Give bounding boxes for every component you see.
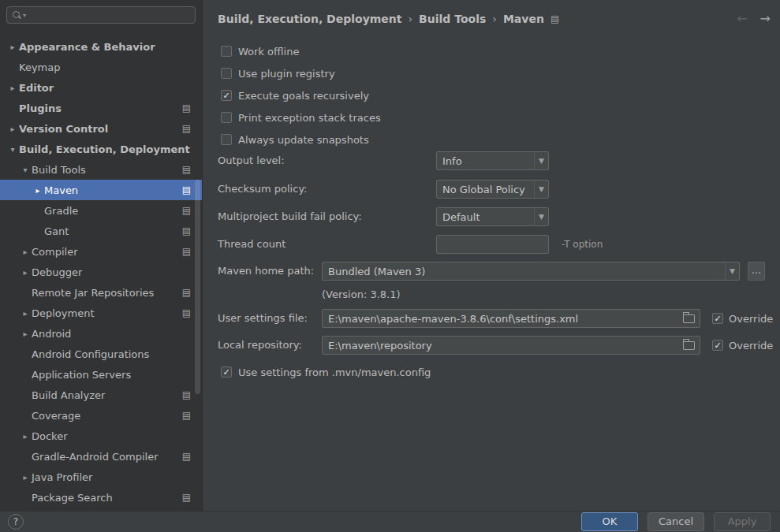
breadcrumb-part[interactable]: Build, Execution, Deployment	[218, 13, 402, 25]
search-icon	[12, 10, 21, 20]
sidebar-item-version-control[interactable]: ▸ Version Control ▤	[0, 118, 202, 139]
user-settings-override[interactable]: Override	[712, 309, 773, 328]
screen-indicator-icon: ▤	[182, 246, 191, 257]
sidebar-item-maven[interactable]: ▸ Maven ▤	[0, 180, 202, 200]
screen-indicator-icon: ▤	[182, 205, 191, 216]
checkbox[interactable]	[221, 112, 232, 123]
override-label: Override	[729, 340, 773, 352]
sidebar-item-build-tools[interactable]: ▾ Build Tools ▤	[0, 159, 202, 180]
chevron-down-icon[interactable]: ▼	[725, 262, 739, 280]
local-repository-label: Local repository:	[218, 336, 302, 355]
checkbox-label: Print exception stack traces	[238, 112, 381, 124]
maven-home-browse-button[interactable]: ...	[748, 262, 765, 281]
local-repository-override[interactable]: Override	[712, 336, 773, 355]
cancel-button[interactable]: Cancel	[648, 512, 704, 531]
sidebar-item-docker[interactable]: ▸ Docker ▤	[0, 426, 202, 446]
chevron-icon[interactable]: ▸	[32, 186, 44, 195]
sidebar-item-coverage[interactable]: Coverage ▤	[0, 405, 202, 426]
breadcrumb-part[interactable]: Maven	[503, 13, 544, 25]
sidebar-item-gradle-android-compiler[interactable]: Gradle-Android Compiler ▤	[0, 446, 202, 467]
screen-indicator-icon: ▤	[182, 287, 191, 298]
output-level-select[interactable]: Info ▼	[436, 151, 549, 170]
chevron-icon[interactable]: ▸	[19, 247, 32, 256]
chevron-icon[interactable]: ▸	[6, 84, 19, 92]
maven-home-value: Bundled (Maven 3)	[323, 266, 725, 277]
checkbox[interactable]	[221, 46, 232, 57]
user-settings-input[interactable]: E:\maven\apache-maven-3.8.6\conf\setting…	[322, 309, 700, 328]
checkbox[interactable]	[221, 134, 232, 145]
chevron-icon[interactable]: ▸	[19, 432, 32, 441]
sidebar-item-label: Gradle	[44, 205, 78, 217]
chevron-icon[interactable]: ▾	[6, 145, 19, 154]
chevron-icon[interactable]: ▸	[6, 43, 19, 51]
chevron-icon[interactable]: ▸	[19, 329, 32, 338]
search-history-chevron-icon[interactable]: ▾	[23, 12, 26, 19]
settings-sidebar: ▾ ▸ Appearance & Behavior ▤ Keymap ▤ ▸ E…	[0, 0, 203, 511]
screen-indicator-icon: ▤	[182, 225, 191, 236]
sidebar-item-editor[interactable]: ▸ Editor ▤	[0, 77, 202, 98]
sidebar-item-label: Android	[32, 328, 71, 340]
option-print-exception-stack-traces[interactable]: Print exception stack traces	[221, 106, 381, 128]
chevron-icon[interactable]: ▸	[19, 309, 32, 318]
fail-policy-select[interactable]: Default ▼	[436, 207, 549, 226]
chevron-icon[interactable]: ▾	[19, 166, 32, 174]
sidebar-item-compiler[interactable]: ▸ Compiler ▤	[0, 241, 202, 262]
option-execute-goals-recursively[interactable]: Execute goals recursively	[221, 84, 381, 106]
folder-browse-icon[interactable]	[683, 314, 695, 323]
option-always-update-snapshots[interactable]: Always update snapshots	[221, 128, 381, 151]
checkbox-label: Execute goals recursively	[238, 90, 369, 102]
local-repository-input[interactable]: E:\maven\repository	[322, 336, 700, 355]
apply-button[interactable]: Apply	[714, 512, 771, 531]
sidebar-item-android[interactable]: ▸ Android ▤	[0, 323, 202, 344]
sidebar-item-keymap[interactable]: Keymap ▤	[0, 57, 202, 77]
sidebar-item-label: Editor	[19, 82, 54, 94]
sidebar-scrollbar-thumb[interactable]	[195, 180, 200, 394]
chevron-icon[interactable]: ▸	[19, 473, 32, 482]
sidebar-item-gant[interactable]: Gant ▤	[0, 221, 202, 241]
sidebar-item-deployment[interactable]: ▸ Deployment ▤	[0, 303, 202, 323]
thread-count-input[interactable]	[436, 235, 549, 254]
checksum-policy-select[interactable]: No Global Policy ▼	[436, 180, 549, 199]
sidebar-item-plugins[interactable]: Plugins ▤	[0, 98, 202, 118]
chevron-down-icon[interactable]: ▼	[534, 152, 548, 169]
sidebar-item-gradle[interactable]: Gradle ▤	[0, 200, 202, 221]
override-label: Override	[729, 313, 773, 325]
sidebar-item-java-profiler[interactable]: ▸ Java Profiler ▤	[0, 467, 202, 487]
back-arrow-icon[interactable]: ←	[737, 11, 747, 26]
checksum-policy-label: Checksum policy:	[218, 180, 308, 199]
sidebar-item-remote-jar-repositories[interactable]: Remote Jar Repositories ▤	[0, 282, 202, 303]
sidebar-item-android-configurations[interactable]: Android Configurations ▤	[0, 344, 202, 364]
settings-search-input[interactable]: ▾	[6, 6, 196, 24]
sidebar-item-build-execution-deployment[interactable]: ▾ Build, Execution, Deployment ▤	[0, 139, 202, 159]
sidebar-item-label: Plugins	[19, 102, 62, 114]
checkbox[interactable]	[221, 90, 232, 101]
chevron-down-icon[interactable]: ▼	[534, 208, 548, 225]
option-use-plugin-registry[interactable]: Use plugin registry	[221, 62, 381, 84]
sidebar-item-package-search[interactable]: Package Search ▤	[0, 487, 202, 508]
sidebar-item-application-servers[interactable]: Application Servers ▤	[0, 364, 202, 385]
chevron-down-icon[interactable]: ▼	[534, 180, 548, 198]
option-work-offline[interactable]: Work offline	[221, 40, 381, 62]
sidebar-item-label: Application Servers	[32, 369, 131, 381]
sidebar-item-label: Version Control	[19, 123, 108, 135]
checkbox[interactable]	[221, 68, 232, 79]
sidebar-item-label: Keymap	[19, 61, 60, 73]
help-button[interactable]: ?	[8, 514, 24, 530]
sidebar-item-build-analyzer[interactable]: Build Analyzer ▤	[0, 385, 202, 405]
forward-arrow-icon[interactable]: →	[760, 11, 771, 26]
sidebar-item-appearance-behavior[interactable]: ▸ Appearance & Behavior ▤	[0, 36, 202, 57]
chevron-icon[interactable]: ▸	[19, 268, 32, 277]
screen-indicator-icon: ▤	[182, 164, 191, 175]
mvn-config-checkbox-row[interactable]: Use settings from .mvn/maven.config	[221, 361, 431, 383]
folder-browse-icon[interactable]	[683, 341, 695, 350]
topic-screen-icon: ▤	[550, 13, 559, 24]
mvn-config-checkbox[interactable]	[221, 366, 232, 378]
ok-button[interactable]: OK	[581, 512, 638, 531]
maven-home-label: Maven home path:	[218, 262, 314, 281]
override-checkbox[interactable]	[712, 340, 723, 351]
sidebar-item-debugger[interactable]: ▸ Debugger ▤	[0, 262, 202, 282]
override-checkbox[interactable]	[712, 313, 723, 324]
maven-home-combobox[interactable]: Bundled (Maven 3) ▼	[322, 262, 740, 281]
chevron-icon[interactable]: ▸	[6, 125, 19, 133]
breadcrumb-part[interactable]: Build Tools	[419, 13, 486, 25]
